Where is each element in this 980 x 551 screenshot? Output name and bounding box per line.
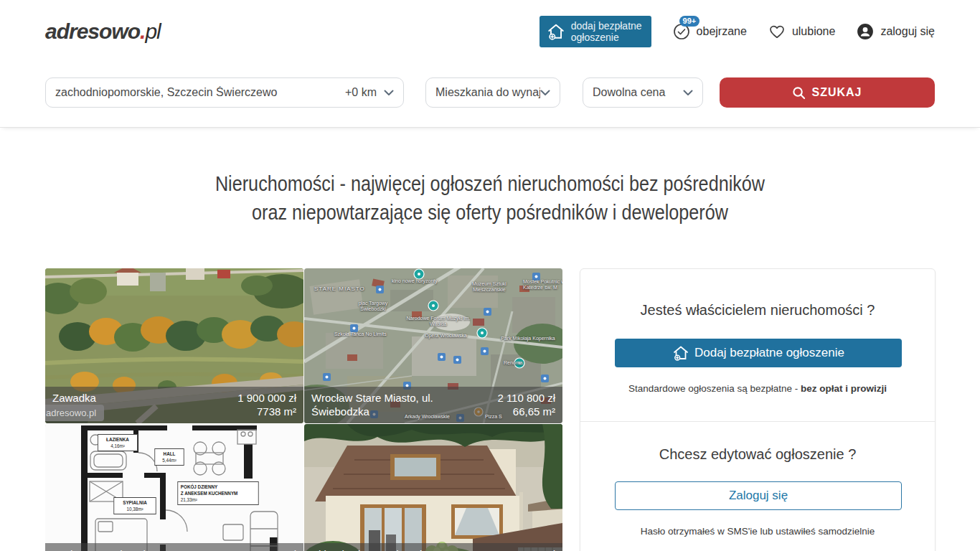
viewed-label: obejrzane (697, 25, 747, 38)
listing-name: Skierniewice Rawka, ul. (311, 547, 425, 551)
listing-price: 1 100 000 zł (496, 547, 555, 551)
sidebar-login-label: Zaloguj się (729, 489, 788, 503)
owner-title: Jesteś właścicielem nieruchomości ? (615, 302, 900, 319)
category-select[interactable]: Mieszkania do wynajęc (425, 77, 560, 108)
house-plus-icon (547, 22, 565, 41)
room-label: POKÓJ DZIENNY Z ANEKSEM KUCHENNYM 21,33m… (177, 481, 258, 505)
viewed-count-badge: 99+ (679, 16, 700, 27)
floorplan-image (45, 424, 303, 551)
edit-section: Chcesz edytować ogłoszenie ? Zaloguj się… (580, 421, 935, 551)
chevron-down-icon (540, 90, 550, 96)
sidebar-card: Jesteś właścicielem nieruchomości ? Doda… (580, 268, 936, 551)
chevron-down-icon (384, 90, 394, 96)
price-select[interactable]: Dowolna cena (583, 77, 703, 108)
radius-value[interactable]: +0 km (345, 86, 377, 99)
house-plus-icon (672, 344, 689, 362)
login-link[interactable]: zaloguj się (857, 23, 935, 40)
add-listing-button[interactable]: dodaj bezpłatne ogłoszenie (540, 16, 651, 47)
check-circle-icon: 99+ (673, 23, 690, 40)
watermark: adresowo.pl (45, 405, 104, 421)
listing-card-zacharzyce[interactable]: ŁAZIENKA 4,16m² HALL 5,44m² POKÓJ DZIENN… (45, 424, 303, 551)
sidebar-add-listing-button[interactable]: Dodaj bezpłatne ogłoszenie (615, 339, 902, 367)
edit-note: Hasło otrzymałeś w SMS'ie lub ustawiłeś … (615, 526, 900, 537)
listing-name: Zacharzyce, ul. Tadeusza (52, 547, 174, 551)
owner-note: Standardowe ogłoszenia są bezpłatne - be… (615, 383, 900, 394)
add-listing-line1: dodaj bezpłatne (571, 20, 642, 32)
edit-title: Chcesz edytować ogłoszenie ? (615, 446, 900, 463)
add-listing-line2: ogłoszenie (571, 32, 642, 43)
listing-card-skierniewice[interactable]: Skierniewice Rawka, ul. 1 100 000 zł (304, 424, 562, 551)
search-icon (792, 86, 806, 100)
location-value: zachodniopomorskie, Szczecin Świerczewo (55, 86, 345, 99)
listing-name: Wrocław Stare Miasto, ul. Świebodzka (311, 391, 446, 418)
listings-grid: Zawadka 1 900 000 zł 7738 m² adresowo.pl (45, 268, 562, 551)
heart-icon (768, 23, 786, 40)
login-label: zaloguj się (880, 25, 935, 38)
favorites-label: ulubione (792, 25, 836, 38)
listing-price: 455 000 zł (247, 547, 296, 551)
listing-overlay: Zacharzyce, ul. Tadeusza 455 000 zł (45, 543, 303, 551)
listing-card-zawadka[interactable]: Zawadka 1 900 000 zł 7738 m² adresowo.pl (45, 268, 303, 423)
logo[interactable]: adresowo.pl (45, 19, 161, 44)
room-label: ŁAZIENKA 4,16m² (98, 434, 138, 451)
account-icon (857, 23, 874, 40)
chevron-down-icon (683, 90, 693, 96)
price-value: Dowolna cena (593, 86, 683, 99)
sidebar-add-listing-label: Dodaj bezpłatne ogłoszenie (694, 346, 844, 360)
listing-price-area: 2 110 800 zł 66,65 m² (497, 391, 555, 418)
page-title: Nieruchomości - najwięcej ogłoszeń nieru… (116, 169, 864, 227)
header-actions: dodaj bezpłatne ogłoszenie 99+ obejrzane (540, 16, 935, 47)
search-button[interactable]: SZUKAJ (720, 77, 935, 108)
room-label: SYPIALNIA 10,38m² (113, 497, 156, 514)
location-input[interactable]: zachodniopomorskie, Szczecin Świerczewo … (45, 77, 404, 108)
search-button-label: SZUKAJ (811, 86, 862, 99)
room-label: HALL 5,44m² (154, 448, 184, 466)
sidebar-login-button[interactable]: Zaloguj się (615, 481, 902, 510)
owner-section: Jesteś właścicielem nieruchomości ? Doda… (580, 269, 935, 421)
listing-card-wroclaw[interactable]: STARE MIASTO kino nowe horyzonty Muzeum … (304, 268, 562, 423)
favorites-link[interactable]: ulubione (768, 23, 836, 40)
listing-overlay: Skierniewice Rawka, ul. 1 100 000 zł (304, 543, 562, 551)
main-content: Nieruchomości - najwięcej ogłoszeń nieru… (45, 169, 935, 551)
logo-text: adresowo (45, 19, 140, 43)
viewed-link[interactable]: 99+ obejrzane (673, 23, 747, 40)
search-bar: zachodniopomorskie, Szczecin Świerczewo … (0, 63, 980, 128)
listing-price-area: 1 900 000 zł 7738 m² (237, 391, 296, 418)
house-photo (304, 424, 562, 551)
top-header: adresowo.pl dodaj bezpłatne ogłoszenie (0, 0, 980, 63)
listing-overlay: Wrocław Stare Miasto, ul. Świebodzka 2 1… (304, 387, 562, 423)
category-value: Mieszkania do wynajęc (435, 86, 540, 99)
